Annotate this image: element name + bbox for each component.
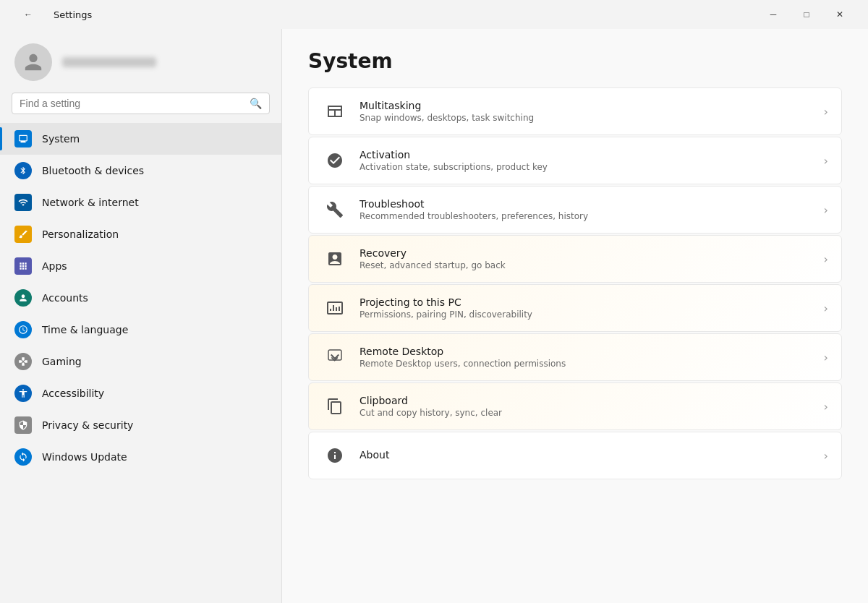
activation-title: Activation: [359, 149, 812, 161]
system-nav-icon: [14, 130, 32, 147]
minimize-icon: ─: [770, 9, 777, 20]
troubleshoot-chevron: ›: [824, 203, 828, 217]
accounts-nav-icon: [14, 289, 32, 307]
sidebar-item-label-bluetooth: Bluetooth & devices: [42, 165, 144, 176]
remotedesktop-desc: Remote Desktop users, connection permiss…: [359, 359, 812, 369]
settings-item-multitasking[interactable]: Multitasking Snap windows, desktops, tas…: [308, 87, 842, 135]
sidebar-item-apps[interactable]: Apps: [0, 250, 281, 282]
update-icon-bg: [14, 448, 32, 466]
search-icon: 🔍: [250, 98, 262, 109]
settings-item-about[interactable]: About ›: [308, 432, 842, 479]
activation-icon: [322, 147, 348, 174]
close-button[interactable]: ✕: [823, 3, 856, 26]
accessibility-icon: [18, 388, 28, 398]
avatar: [14, 43, 52, 81]
settings-item-activation[interactable]: Activation Activation state, subscriptio…: [308, 137, 842, 184]
multitasking-title: Multitasking: [359, 100, 812, 111]
bluetooth-nav-icon: [14, 162, 32, 179]
sidebar-item-gaming[interactable]: Gaming: [0, 346, 281, 377]
search-input[interactable]: [20, 98, 250, 109]
settings-item-recovery[interactable]: Recovery Reset, advanced startup, go bac…: [308, 235, 842, 283]
accessibility-nav-icon: [14, 385, 32, 402]
remotedesktop-icon: [322, 344, 348, 370]
sidebar-item-update[interactable]: Windows Update: [0, 441, 281, 473]
sidebar-item-personalization[interactable]: Personalization: [0, 218, 281, 250]
sidebar-item-label-update: Windows Update: [42, 451, 127, 463]
maximize-icon: □: [804, 9, 809, 20]
apps-nav-icon: [14, 257, 32, 275]
troubleshoot-text: Troubleshoot Recommended troubleshooters…: [359, 198, 812, 221]
clipboard-icon: [322, 393, 348, 419]
settings-item-troubleshoot[interactable]: Troubleshoot Recommended troubleshooters…: [308, 186, 842, 234]
accounts-icon: [18, 293, 28, 303]
privacy-nav-icon: [14, 416, 32, 434]
sidebar-item-label-gaming: Gaming: [42, 356, 82, 367]
activation-text: Activation Activation state, subscriptio…: [359, 149, 812, 172]
sidebar-item-label-apps: Apps: [42, 260, 67, 272]
sidebar-item-bluetooth[interactable]: Bluetooth & devices: [0, 155, 281, 187]
app-body: 🔍 System: [0, 29, 868, 603]
projecting-text: Projecting to this PC Permissions, pairi…: [359, 296, 812, 320]
remotedesktop-text: Remote Desktop Remote Desktop users, con…: [359, 346, 812, 369]
minimize-button[interactable]: ─: [757, 3, 790, 26]
sidebar-nav: System Bluetooth & devices: [0, 123, 281, 473]
settings-item-clipboard[interactable]: Clipboard Cut and copy history, sync, cl…: [308, 382, 842, 430]
recovery-desc: Reset, advanced startup, go back: [359, 260, 812, 270]
profile-area[interactable]: [0, 29, 281, 93]
recovery-icon: [322, 246, 348, 272]
about-text: About: [359, 449, 812, 462]
multitasking-chevron: ›: [824, 105, 828, 119]
network-icon-bg: [14, 194, 32, 211]
bluetooth-icon-bg: [14, 162, 32, 179]
accessibility-icon-bg: [14, 385, 32, 402]
multitasking-text: Multitasking Snap windows, desktops, tas…: [359, 100, 812, 123]
brush-icon: [18, 229, 28, 239]
sidebar-item-accounts[interactable]: Accounts: [0, 282, 281, 314]
system-icon-bg: [14, 130, 32, 147]
projecting-title: Projecting to this PC: [359, 296, 812, 308]
recovery-text: Recovery Reset, advanced startup, go bac…: [359, 247, 812, 270]
page-title: System: [308, 49, 842, 73]
multitasking-desc: Snap windows, desktops, task switching: [359, 113, 812, 123]
about-chevron: ›: [824, 449, 828, 463]
bluetooth-icon: [19, 166, 27, 176]
recovery-chevron: ›: [824, 252, 828, 266]
recovery-title: Recovery: [359, 247, 812, 259]
settings-list: Multitasking Snap windows, desktops, tas…: [308, 87, 842, 479]
settings-item-projecting[interactable]: Projecting to this PC Permissions, pairi…: [308, 284, 842, 332]
personalization-nav-icon: [14, 226, 32, 243]
search-box[interactable]: 🔍: [12, 93, 270, 114]
remotedesktop-chevron: ›: [824, 351, 828, 364]
sidebar-item-label-time: Time & language: [42, 324, 128, 335]
clipboard-desc: Cut and copy history, sync, clear: [359, 408, 812, 418]
sidebar-item-network[interactable]: Network & internet: [0, 187, 281, 218]
main-content: System Multitasking Snap windows, deskto…: [282, 29, 868, 603]
sidebar-item-label-accessibility: Accessibility: [42, 388, 104, 399]
about-title: About: [359, 449, 812, 461]
sidebar-item-label-accounts: Accounts: [42, 292, 88, 304]
sidebar-item-time[interactable]: Time & language: [0, 314, 281, 346]
settings-item-remotedesktop[interactable]: Remote Desktop Remote Desktop users, con…: [308, 333, 842, 381]
gaming-nav-icon: [14, 353, 32, 370]
time-icon-bg: [14, 321, 32, 338]
clock-icon: [18, 325, 28, 335]
sidebar-item-label-privacy: Privacy & security: [42, 419, 133, 431]
back-button[interactable]: ←: [12, 3, 45, 26]
activation-desc: Activation state, subscriptions, product…: [359, 162, 812, 172]
network-icon: [18, 197, 28, 208]
projecting-chevron: ›: [824, 302, 828, 315]
sidebar-item-accessibility[interactable]: Accessibility: [0, 377, 281, 409]
sidebar-item-privacy[interactable]: Privacy & security: [0, 409, 281, 441]
window-controls: ─ □ ✕: [757, 3, 856, 26]
update-icon: [18, 452, 28, 462]
clipboard-chevron: ›: [824, 400, 828, 414]
close-icon: ✕: [836, 9, 843, 20]
projecting-icon: [322, 295, 348, 321]
user-icon: [23, 52, 43, 72]
troubleshoot-desc: Recommended troubleshooters, preferences…: [359, 211, 812, 221]
monitor-icon: [18, 134, 28, 144]
sidebar-item-system[interactable]: System: [0, 123, 281, 155]
clipboard-title: Clipboard: [359, 395, 812, 406]
maximize-button[interactable]: □: [790, 3, 823, 26]
shield-icon: [18, 420, 28, 430]
